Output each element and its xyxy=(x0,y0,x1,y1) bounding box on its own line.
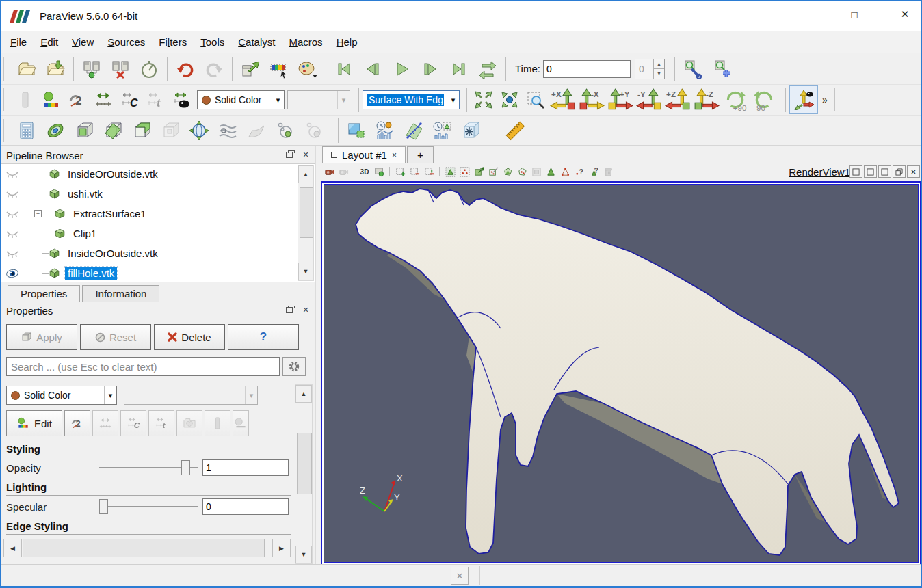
subtract-selection-button[interactable] xyxy=(409,166,420,177)
frame-spinbox[interactable]: 0 ▲▼ xyxy=(635,59,665,79)
menu-edit[interactable]: Edit xyxy=(34,34,65,51)
dock-float-button[interactable] xyxy=(284,149,295,160)
menu-macros[interactable]: Macros xyxy=(282,34,329,51)
select-points-on-button[interactable] xyxy=(459,166,470,177)
auto-apply-button[interactable] xyxy=(236,55,265,83)
specular-slider[interactable] xyxy=(99,499,198,514)
zoom-to-box-button[interactable] xyxy=(523,85,549,114)
pipeline-item[interactable]: InsideOrOutside.vtk xyxy=(1,243,295,263)
combo-arrow-icon[interactable]: ▾ xyxy=(104,386,116,404)
separate-color-map-button[interactable]: 2 xyxy=(64,410,90,436)
select-points-through-button[interactable] xyxy=(488,166,499,177)
dock-close-button[interactable]: ✕ xyxy=(300,149,311,160)
rescale-to-custom-range-button[interactable]: C xyxy=(116,85,142,114)
toggle-selection-button[interactable] xyxy=(423,166,434,177)
load-palette-button[interactable] xyxy=(293,55,322,83)
opacity-slider-thumb[interactable] xyxy=(181,460,190,475)
open-file-button[interactable] xyxy=(12,55,41,83)
reset-session-button[interactable] xyxy=(135,55,163,83)
select-cells-through-button[interactable] xyxy=(473,166,484,177)
visibility-eye-closed-icon[interactable] xyxy=(1,169,24,180)
delete-button[interactable]: Delete xyxy=(154,324,225,350)
show-color-legend-button[interactable] xyxy=(205,410,230,436)
interactive-select-cells-button[interactable] xyxy=(545,166,556,177)
first-frame-button[interactable] xyxy=(330,55,358,83)
warp-by-vector-button[interactable] xyxy=(242,116,271,145)
set-view-plus-x-button[interactable]: +X xyxy=(549,85,577,114)
maximize-button[interactable]: □ xyxy=(843,3,865,25)
pipeline-item[interactable]: InsideOrOutside.vtk xyxy=(1,164,295,184)
visibility-eye-closed-icon[interactable] xyxy=(1,248,24,259)
undo-button[interactable] xyxy=(171,55,200,83)
scrollbar-thumb[interactable] xyxy=(23,539,265,557)
menu-sources[interactable]: Sources xyxy=(101,34,152,51)
rotate-90-ccw-button[interactable]: -90 xyxy=(750,85,778,114)
connect-server-button[interactable] xyxy=(77,55,106,83)
pipeline-item-selected[interactable]: fillHole.vtk xyxy=(1,263,295,283)
scroll-down-button[interactable]: ▼ xyxy=(298,263,313,280)
choose-preset-button[interactable] xyxy=(176,410,202,436)
menu-help[interactable]: Help xyxy=(330,34,365,51)
search-options-button[interactable] xyxy=(282,357,306,376)
status-close-button[interactable]: ✕ xyxy=(451,567,469,585)
visibility-eye-closed-icon[interactable] xyxy=(1,228,24,239)
help-button[interactable]: ? xyxy=(228,324,299,350)
toggle-interaction-mode-button[interactable]: 3D xyxy=(359,166,370,177)
specular-slider-thumb[interactable] xyxy=(99,499,108,514)
ungroup-datasets-button[interactable] xyxy=(300,116,328,145)
add-selection-button[interactable] xyxy=(395,166,406,177)
spin-down-icon[interactable]: ▼ xyxy=(654,69,664,79)
group-datasets-button[interactable] xyxy=(271,116,300,145)
scrollbar-thumb[interactable] xyxy=(300,187,313,238)
combo-arrow-icon[interactable]: ▾ xyxy=(337,91,350,109)
tab-close-icon[interactable]: × xyxy=(392,150,397,160)
plot-over-line-button[interactable] xyxy=(399,116,428,145)
scroll-left-button[interactable]: ◀ xyxy=(3,539,22,557)
add-camera-link-button[interactable] xyxy=(707,55,736,83)
close-view-button[interactable]: ✕ xyxy=(907,165,920,178)
rescale-to-temporal-range-button[interactable]: t xyxy=(148,410,174,436)
redo-button[interactable] xyxy=(200,55,228,83)
reset-camera-button[interactable] xyxy=(471,85,497,114)
rescale-to-custom-range-button[interactable]: C xyxy=(120,410,146,436)
hover-points-button[interactable]: ? xyxy=(574,166,585,177)
combo-arrow-icon[interactable]: ▾ xyxy=(272,91,284,109)
select-block-button[interactable] xyxy=(531,166,542,177)
menu-file[interactable]: File xyxy=(3,34,34,51)
ruler-button[interactable] xyxy=(501,116,529,145)
tab-information[interactable]: Information xyxy=(82,285,159,302)
pipeline-item-label[interactable]: InsideOrOutside.vtk xyxy=(65,247,161,260)
plot-over-time-button[interactable] xyxy=(371,116,399,145)
edit-color-map-button[interactable] xyxy=(38,85,64,114)
maximize-view-button[interactable] xyxy=(878,165,891,178)
center-axes-visibility-button[interactable] xyxy=(789,85,818,114)
time-input[interactable] xyxy=(543,60,631,78)
disconnect-server-button[interactable] xyxy=(106,55,135,83)
scroll-right-button[interactable]: ▶ xyxy=(272,539,291,557)
slice-button[interactable] xyxy=(98,116,127,145)
properties-scrollbar[interactable]: ▲ ▼ xyxy=(295,384,313,564)
save-data-button[interactable] xyxy=(41,55,70,83)
menu-filters[interactable]: Filters xyxy=(152,34,194,51)
extract-selection-button[interactable] xyxy=(342,116,371,145)
next-frame-button[interactable] xyxy=(416,55,445,83)
clip-button[interactable] xyxy=(70,116,98,145)
probe-location-button[interactable] xyxy=(457,116,486,145)
pipeline-item-label[interactable]: ExtractSurface1 xyxy=(70,207,149,220)
set-view-minus-y-button[interactable]: -Y xyxy=(635,85,663,114)
minimize-button[interactable]: — xyxy=(793,3,815,25)
scroll-down-button[interactable]: ▼ xyxy=(295,546,312,563)
representation-combo[interactable]: Surface With Edg ▾ xyxy=(363,90,460,109)
split-horizontal-button[interactable] xyxy=(849,165,862,178)
spin-up-icon[interactable]: ▲ xyxy=(654,59,664,70)
pipeline-item-label[interactable]: Clip1 xyxy=(70,227,99,240)
menu-tools[interactable]: Tools xyxy=(194,34,231,51)
capture-screenshot-button[interactable] xyxy=(373,166,384,177)
split-vertical-button[interactable] xyxy=(864,165,877,178)
loop-button[interactable] xyxy=(473,55,502,83)
set-view-plus-z-button[interactable]: +Z xyxy=(663,85,692,114)
glyph-button[interactable] xyxy=(185,116,213,145)
color-by-combo[interactable]: Solid Color ▾ xyxy=(197,90,285,109)
adjust-camera-button[interactable] xyxy=(324,166,334,177)
toolbar-overflow-chevron[interactable]: » xyxy=(818,94,832,105)
